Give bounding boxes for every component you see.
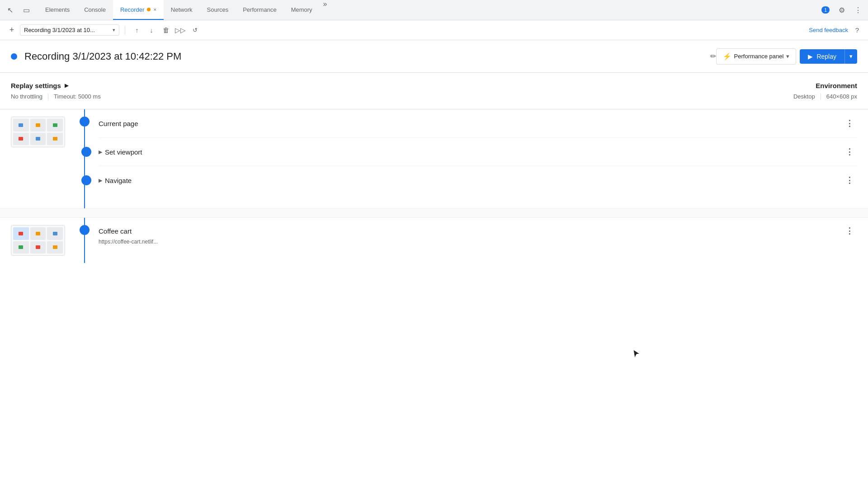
- timeline-steps: Current page ⋮ ▶ Set viewport ⋮: [78, 109, 857, 208]
- pointer-icon: ↖: [7, 6, 13, 14]
- import-btn[interactable]: ↓: [145, 24, 158, 37]
- replay-btn-group: ▶ Replay ▾: [800, 49, 857, 64]
- environment-device: Desktop: [793, 93, 815, 100]
- throttling-value: No throttling: [11, 93, 42, 100]
- export-btn[interactable]: ↑: [131, 24, 143, 37]
- replay-settings-title[interactable]: Replay settings ▶: [11, 82, 101, 89]
- tab-more-btn[interactable]: »: [320, 0, 331, 20]
- help-icon: ?: [855, 26, 859, 34]
- replay-settings-label: Replay settings: [11, 82, 61, 89]
- gear-icon: ⚙: [839, 6, 845, 14]
- step-navigate-chevron: ▶: [99, 178, 102, 183]
- tab-sources-label: Sources: [207, 6, 229, 13]
- step-current-page-more[interactable]: ⋮: [842, 117, 857, 130]
- tab-recorder[interactable]: Recorder ×: [113, 0, 164, 20]
- trash-icon: 🗑: [163, 26, 170, 34]
- step-dot-coffee-cart: [80, 225, 90, 235]
- send-feedback-link[interactable]: Send feedback: [809, 27, 848, 33]
- tab-bar: ↖ ▭ Elements Console Recorder × Network …: [0, 0, 868, 20]
- replay-settings-values: No throttling Timeout: 5000 ms: [11, 93, 101, 100]
- replay-settings-section: Replay settings ▶ No throttling Timeout:…: [0, 73, 868, 109]
- play-icon: ▷▷: [175, 26, 186, 34]
- step-current-page-label: Current page: [99, 120, 138, 127]
- tab-bar-right: 1 ⚙ ⋮: [819, 4, 864, 16]
- steps-col-2: Coffee cart ⋮ https://coffee-cart.netlif…: [99, 218, 857, 263]
- step-set-viewport-chevron: ▶: [99, 149, 102, 155]
- toolbar-separator-1: [125, 26, 125, 35]
- page-group-2: Coffee cart ⋮ https://coffee-cart.netlif…: [0, 218, 868, 263]
- step-set-viewport-label: Set viewport: [105, 148, 142, 156]
- replay-main-btn[interactable]: ▶ Replay: [800, 49, 844, 64]
- recorder-toolbar: + Recording 3/1/2023 at 10... ▾ ↑ ↓ 🗑 ▷▷…: [0, 20, 868, 40]
- timeline-steps-2: Coffee cart ⋮ https://coffee-cart.netlif…: [78, 218, 857, 263]
- edit-title-icon[interactable]: ✏: [710, 52, 716, 61]
- tab-icons: ↖ ▭: [4, 4, 38, 16]
- environment-section: Environment Desktop 640×608 px: [793, 82, 857, 100]
- step-coffee-cart-more[interactable]: ⋮: [842, 224, 857, 238]
- env-separator: [821, 94, 821, 100]
- tab-list: Elements Console Recorder × Network Sour…: [38, 0, 330, 20]
- pointer-icon-btn[interactable]: ↖: [4, 4, 16, 16]
- step-dot-set-viewport: [81, 147, 91, 157]
- tab-network-label: Network: [171, 6, 193, 13]
- device-icon-btn[interactable]: ▭: [20, 4, 33, 16]
- tab-recorder-close[interactable]: ×: [153, 7, 156, 12]
- record-btn[interactable]: ↺: [189, 24, 201, 37]
- tab-recorder-label: Recorder: [120, 6, 144, 13]
- step-row-current-page[interactable]: Current page ⋮: [99, 109, 857, 138]
- step-dot-current-page: [80, 117, 90, 127]
- play-btn[interactable]: ▷▷: [174, 24, 187, 37]
- recording-header: Recording 3/1/2023 at 10:42:22 PM ✏ ⚡ Pe…: [0, 40, 868, 73]
- header-right: ⚡ Performance panel ▾ ▶ Replay ▾: [716, 48, 857, 65]
- page-thumbnail-2: [11, 225, 65, 256]
- step-row-navigate[interactable]: ▶ Navigate ⋮: [99, 166, 857, 194]
- step-coffee-cart-url: https://coffee-cart.netlif...: [99, 239, 158, 245]
- page-thumbnail-col: [11, 109, 74, 208]
- timeline-line-col: [78, 109, 91, 208]
- recording-selector[interactable]: Recording 3/1/2023 at 10... ▾: [20, 24, 119, 36]
- performance-panel-chevron: ▾: [786, 53, 789, 60]
- timeout-value: Timeout: 5000 ms: [54, 93, 101, 100]
- tab-memory[interactable]: Memory: [284, 0, 320, 20]
- plus-icon: +: [9, 25, 14, 35]
- tab-elements[interactable]: Elements: [38, 0, 77, 20]
- performance-panel-btn[interactable]: ⚡ Performance panel ▾: [716, 48, 797, 65]
- steps-scroll[interactable]: Current page ⋮ ▶ Set viewport ⋮: [0, 109, 868, 488]
- recording-title: Recording 3/1/2023 at 10:42:22 PM: [24, 51, 705, 62]
- step-dot-navigate: [81, 175, 91, 185]
- device-icon: ▭: [23, 6, 30, 14]
- add-recording-btn[interactable]: +: [5, 24, 18, 37]
- step-row-coffee-cart[interactable]: Coffee cart ⋮ https://coffee-cart.netlif…: [99, 218, 857, 251]
- replay-chevron-down-icon: ▾: [849, 53, 853, 60]
- notification-btn[interactable]: 1: [819, 4, 832, 16]
- settings-btn[interactable]: ⚙: [835, 4, 848, 16]
- step-set-viewport-more[interactable]: ⋮: [842, 145, 857, 159]
- replay-settings-left: Replay settings ▶ No throttling Timeout:…: [11, 82, 101, 100]
- performance-panel-label: Performance panel: [734, 53, 784, 60]
- page-thumbnail-1: [11, 117, 65, 147]
- tab-console[interactable]: Console: [77, 0, 113, 20]
- cursor-indicator: [631, 348, 642, 361]
- upload-icon: ↑: [135, 26, 139, 34]
- steps-col-1: Current page ⋮ ▶ Set viewport ⋮: [99, 109, 857, 208]
- performance-panel-icon: ⚡: [723, 52, 731, 61]
- tab-performance-label: Performance: [243, 6, 276, 13]
- step-row-set-viewport[interactable]: ▶ Set viewport ⋮: [99, 138, 857, 166]
- cursor-svg: [631, 348, 642, 359]
- help-btn[interactable]: ?: [852, 25, 863, 36]
- tab-network[interactable]: Network: [164, 0, 200, 20]
- step-navigate-more[interactable]: ⋮: [842, 174, 857, 187]
- replay-dropdown-btn[interactable]: ▾: [844, 49, 857, 64]
- tab-performance[interactable]: Performance: [236, 0, 283, 20]
- ellipsis-icon: ⋮: [854, 6, 862, 14]
- replay-settings-chevron: ▶: [65, 83, 68, 89]
- main-content: Recording 3/1/2023 at 10:42:22 PM ✏ ⚡ Pe…: [0, 40, 868, 488]
- step-coffee-cart-label: Coffee cart: [99, 227, 132, 235]
- delete-recording-btn[interactable]: 🗑: [160, 24, 172, 37]
- recording-selector-text: Recording 3/1/2023 at 10...: [24, 27, 111, 33]
- more-options-btn[interactable]: ⋮: [852, 4, 864, 16]
- tab-memory-label: Memory: [291, 6, 312, 13]
- tab-sources[interactable]: Sources: [200, 0, 236, 20]
- tab-elements-label: Elements: [45, 6, 70, 13]
- replay-label: Replay: [816, 53, 836, 60]
